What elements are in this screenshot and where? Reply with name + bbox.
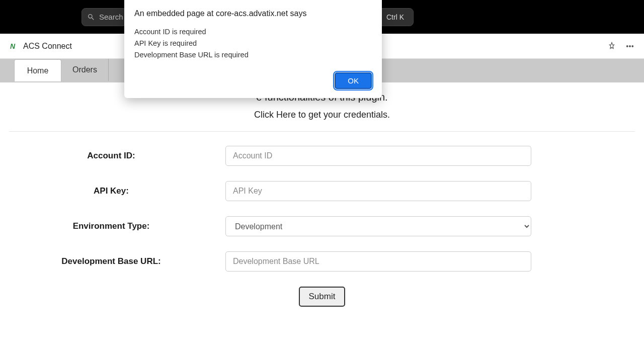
row-api-key: API Key: <box>9 181 635 201</box>
app-logo-icon: N <box>7 41 18 52</box>
label-account-id: Account ID: <box>9 151 225 161</box>
input-api-key[interactable] <box>225 181 531 201</box>
row-env-type: Environment Type: Development <box>9 216 635 236</box>
label-env-type: Environment Type: <box>9 221 225 231</box>
tab-orders[interactable]: Orders <box>61 59 109 81</box>
alert-actions: OK <box>134 72 372 89</box>
svg-point-1 <box>629 45 631 47</box>
click-here-link[interactable]: Click Here <box>254 110 296 120</box>
credentials-tail: to get your credentials. <box>296 110 390 120</box>
select-env-type[interactable]: Development <box>225 216 531 236</box>
more-icon[interactable] <box>623 39 637 53</box>
js-alert-dialog: An embedded page at core-acs.advatix.net… <box>124 0 382 98</box>
input-account-id[interactable] <box>225 146 531 166</box>
divider <box>9 131 635 132</box>
tab-home[interactable]: Home <box>14 59 61 81</box>
svg-point-2 <box>632 45 633 47</box>
submit-button[interactable]: Submit <box>299 287 346 307</box>
app-title: ACS Connect <box>23 42 72 51</box>
alert-ok-button[interactable]: OK <box>335 72 372 89</box>
search-icon <box>87 13 95 21</box>
search-shortcut: Ctrl K <box>382 11 408 23</box>
label-dev-base-url: Development Base URL: <box>9 256 225 266</box>
credentials-line: Click Here to get your credentials. <box>9 110 635 120</box>
alert-body: Account ID is required API Key is requir… <box>134 26 372 61</box>
main-content: e functionalities of this plugin. Click … <box>0 89 644 307</box>
submit-row: Submit <box>9 287 635 307</box>
alert-title: An embedded page at core-acs.advatix.net… <box>134 9 372 18</box>
tab-label: Home <box>27 66 49 75</box>
row-dev-base-url: Development Base URL: <box>9 251 635 272</box>
tab-label: Orders <box>72 65 97 74</box>
row-account-id: Account ID: <box>9 146 635 166</box>
pin-icon[interactable] <box>605 39 619 53</box>
input-dev-base-url[interactable] <box>225 251 531 272</box>
svg-point-0 <box>626 45 628 47</box>
top-right-mask <box>483 0 644 28</box>
label-api-key: API Key: <box>9 186 225 196</box>
